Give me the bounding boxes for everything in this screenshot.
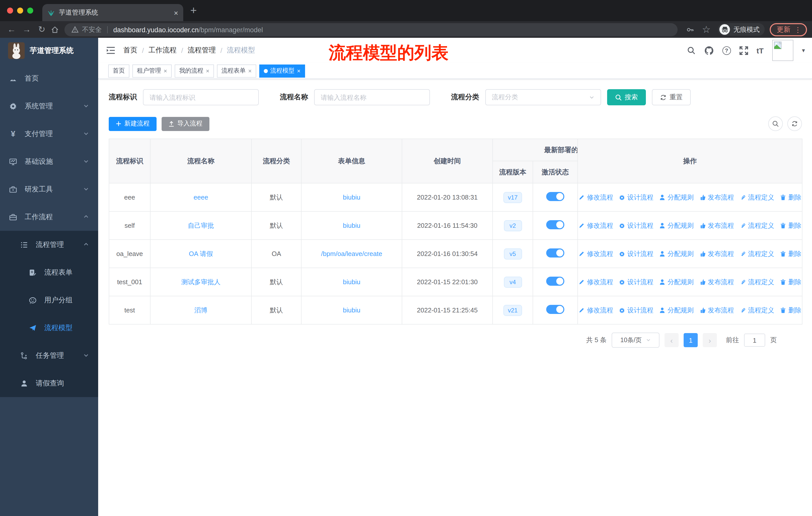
goto-page-input[interactable]: [744, 333, 765, 347]
action-link[interactable]: 设计流程: [619, 249, 654, 258]
search-button[interactable]: 搜索: [607, 89, 646, 105]
action-link[interactable]: 发布流程: [699, 249, 734, 258]
sidebar-item-user-group[interactable]: 用户分组: [0, 286, 98, 314]
form-info-link[interactable]: biubiu: [343, 193, 360, 201]
help-icon[interactable]: ?: [722, 46, 731, 55]
next-page-button[interactable]: ›: [703, 333, 717, 347]
page-size-select[interactable]: 10条/页: [612, 332, 660, 348]
browser-tab[interactable]: 芋道管理系统 ×: [42, 4, 183, 21]
update-button[interactable]: 更新 ⋮: [770, 23, 807, 36]
reset-button[interactable]: 重置: [652, 89, 691, 105]
tag-close-icon[interactable]: ×: [248, 67, 252, 74]
action-link[interactable]: 修改流程: [578, 193, 613, 202]
form-info-link[interactable]: /bpm/oa/leave/create: [321, 250, 382, 257]
activation-toggle[interactable]: [546, 277, 564, 286]
tag-process-model[interactable]: 流程模型×: [259, 64, 305, 77]
create-process-button[interactable]: 新建流程: [109, 117, 156, 131]
process-name-link[interactable]: 测试多审批人: [181, 278, 221, 286]
tag-my-process[interactable]: 我的流程×: [175, 64, 214, 77]
tag-tenant[interactable]: 租户管理×: [133, 64, 172, 77]
tag-home[interactable]: 首页: [108, 64, 129, 77]
activation-toggle[interactable]: [546, 248, 564, 257]
sidebar-item-process-model[interactable]: 流程模型: [0, 314, 98, 342]
form-info-link[interactable]: biubiu: [343, 306, 360, 314]
action-link[interactable]: 分配规则: [659, 306, 694, 315]
breadcrumb-item[interactable]: 首页: [123, 46, 138, 55]
action-link[interactable]: 发布流程: [699, 193, 734, 202]
fullscreen-icon[interactable]: [740, 46, 748, 55]
sidebar-item-infrastructure[interactable]: 基础设施: [0, 147, 98, 175]
process-name-link[interactable]: eeee: [194, 193, 208, 201]
action-link[interactable]: 设计流程: [619, 277, 654, 287]
browser-menu-icon[interactable]: ⋮: [794, 25, 802, 33]
import-process-button[interactable]: 导入流程: [162, 117, 209, 131]
sidebar-item-home[interactable]: 首页: [0, 64, 98, 92]
activation-toggle[interactable]: [546, 305, 564, 314]
action-link[interactable]: 分配规则: [659, 249, 694, 258]
url-bar[interactable]: 不安全 dashboard.yudao.iocoder.cn/bpm/manag…: [64, 23, 677, 36]
action-link[interactable]: 流程定义: [740, 249, 774, 258]
action-link[interactable]: 删除: [780, 277, 802, 287]
sidebar-item-task-management[interactable]: 任务管理: [0, 342, 98, 369]
action-link[interactable]: 删除: [780, 221, 802, 230]
tab-close-icon[interactable]: ×: [174, 8, 178, 17]
action-link[interactable]: 发布流程: [699, 306, 734, 315]
action-link[interactable]: 发布流程: [699, 221, 734, 230]
activation-toggle[interactable]: [546, 192, 564, 201]
forward-icon[interactable]: →: [20, 24, 33, 34]
sidebar-item-process-management[interactable]: 流程管理: [0, 231, 98, 259]
sidebar-item-workflow[interactable]: 工作流程: [0, 203, 98, 231]
process-category-select[interactable]: 流程分类: [485, 89, 601, 105]
tag-close-icon[interactable]: ×: [297, 67, 300, 74]
avatar[interactable]: [772, 40, 793, 61]
sidebar-item-payment[interactable]: ¥ 支付管理: [0, 120, 98, 147]
process-key-input[interactable]: [143, 89, 259, 105]
prev-page-button[interactable]: ‹: [665, 333, 678, 347]
url-text[interactable]: dashboard.yudao.iocoder.cn/bpm/manager/m…: [113, 25, 263, 34]
action-link[interactable]: 流程定义: [740, 306, 774, 315]
action-link[interactable]: 修改流程: [578, 277, 613, 287]
action-link[interactable]: 流程定义: [740, 277, 774, 287]
reload-icon[interactable]: ↻: [35, 24, 48, 35]
process-name-input[interactable]: [314, 89, 430, 105]
action-link[interactable]: 设计流程: [619, 221, 654, 230]
font-size-icon[interactable]: tT: [757, 46, 764, 55]
action-link[interactable]: 发布流程: [699, 277, 734, 287]
tag-process-form[interactable]: 流程表单×: [217, 64, 256, 77]
action-link[interactable]: 删除: [780, 249, 802, 258]
action-link[interactable]: 修改流程: [578, 249, 613, 258]
new-tab-button[interactable]: +: [190, 4, 197, 17]
form-info-link[interactable]: biubiu: [343, 278, 360, 286]
action-link[interactable]: 修改流程: [578, 306, 613, 315]
current-page-button[interactable]: 1: [684, 333, 698, 347]
action-link[interactable]: 流程定义: [740, 193, 774, 202]
breadcrumb-item[interactable]: 流程管理: [188, 46, 216, 55]
tag-close-icon[interactable]: ×: [206, 67, 209, 74]
sidebar-item-leave-query[interactable]: 请假查询: [0, 369, 98, 397]
action-link[interactable]: 设计流程: [619, 306, 654, 315]
sidebar-item-process-form[interactable]: 流程表单: [0, 259, 98, 286]
form-info-link[interactable]: biubiu: [343, 222, 360, 229]
window-close-button[interactable]: [7, 7, 13, 13]
home-icon[interactable]: [50, 25, 59, 34]
show-search-button[interactable]: [768, 116, 783, 131]
tag-close-icon[interactable]: ×: [164, 67, 167, 74]
sidebar-toggle-icon[interactable]: [106, 46, 115, 54]
window-zoom-button[interactable]: [27, 7, 33, 13]
process-name-link[interactable]: OA 请假: [189, 250, 213, 257]
process-name-link[interactable]: 自己审批: [188, 221, 214, 229]
activation-toggle[interactable]: [546, 220, 564, 229]
refresh-button[interactable]: [787, 116, 802, 131]
action-link[interactable]: 设计流程: [619, 193, 654, 202]
key-icon[interactable]: [686, 25, 695, 34]
action-link[interactable]: 删除: [780, 306, 802, 315]
action-link[interactable]: 删除: [780, 193, 802, 202]
back-icon[interactable]: ←: [5, 24, 18, 34]
search-icon[interactable]: [687, 46, 696, 55]
bookmark-star-icon[interactable]: ☆: [700, 24, 713, 35]
action-link[interactable]: 修改流程: [578, 221, 613, 230]
process-name-link[interactable]: 滔博: [194, 306, 207, 314]
action-link[interactable]: 分配规则: [659, 193, 694, 202]
sidebar-item-devtools[interactable]: 研发工具: [0, 175, 98, 203]
action-link[interactable]: 分配规则: [659, 221, 694, 230]
